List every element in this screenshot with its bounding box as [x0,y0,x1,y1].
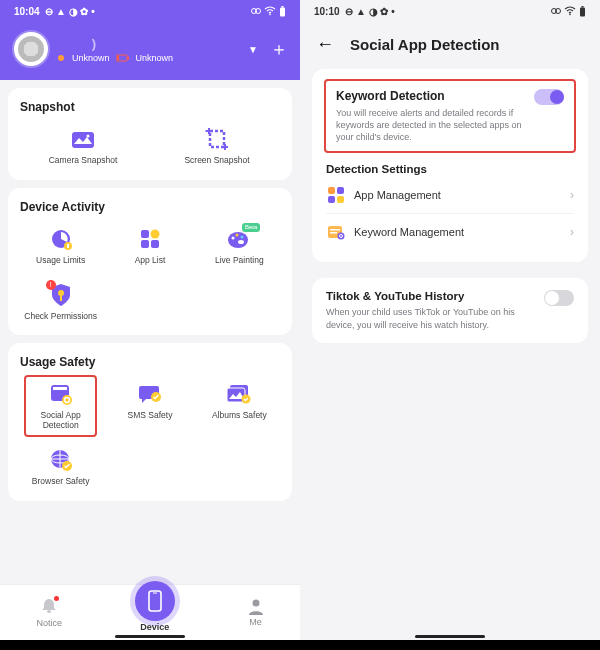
svg-rect-14 [222,146,228,148]
keyword-icon [327,223,345,241]
svg-point-43 [252,600,259,607]
svg-rect-50 [337,187,344,194]
clock: 10:04 [14,6,40,17]
app-management-row[interactable]: App Management › [326,177,574,213]
social-icon [49,382,73,406]
apps-icon [327,186,345,204]
svg-rect-12 [206,130,212,132]
back-button[interactable]: ← [316,34,334,55]
phone-icon [148,590,162,612]
clock: 10:10 [314,6,340,17]
battery-low-icon [116,54,130,62]
profile-header: ) Unknown Unknown ▼ ＋ [0,22,300,80]
svg-rect-41 [149,591,161,611]
social-app-detection[interactable]: Social App Detection [16,377,105,435]
tiktok-title: Tiktok & YouTube History [326,290,544,302]
page-title: Social App Detection [350,36,499,53]
status-right [251,6,286,17]
battery-icon [579,6,586,17]
battery-icon [279,6,286,17]
svg-point-26 [238,240,244,244]
keyword-management-row[interactable]: Keyword Management › [326,213,574,250]
profile-name: ) [58,36,240,51]
status-icons: ⊖ ▲ ◑ ✿ • [345,6,395,17]
svg-rect-20 [151,240,159,248]
check-permissions[interactable]: ! Check Permissions [16,278,105,326]
right-screen: 10:10 ⊖ ▲ ◑ ✿ • ← Social App Detection K… [300,0,600,640]
albums-icon [226,383,252,405]
wifi-icon [564,6,576,16]
globe-icon [49,448,73,472]
device-activity-card: Device Activity Usage Limits App List Be… [8,188,292,336]
albums-safety[interactable]: Albums Safety [195,377,284,435]
svg-rect-10 [210,131,224,147]
svg-rect-8 [72,132,94,148]
add-button[interactable]: ＋ [270,37,288,61]
camera-icon [70,128,96,150]
svg-rect-47 [580,7,585,16]
svg-point-24 [236,233,239,236]
left-screen: 10:04 ⊖ ▲ ◑ ✿ • ) Unknown Unknown ▼ [0,0,300,640]
svg-rect-4 [282,6,284,8]
alert-badge: ! [46,280,56,290]
svg-rect-7 [117,56,119,60]
svg-point-2 [269,14,271,16]
svg-point-21 [150,229,159,238]
svg-point-31 [62,395,72,405]
svg-rect-17 [67,244,69,248]
svg-point-25 [241,235,244,238]
clock-icon [49,227,73,251]
tiktok-toggle[interactable] [544,290,574,306]
nav-notice[interactable]: Notice [36,597,62,628]
app-list[interactable]: App List [105,222,194,270]
page-header: ← Social App Detection [300,22,600,61]
highlight-box: Keyword Detection You will receive alert… [324,79,576,153]
svg-rect-28 [60,295,62,301]
apps-icon [139,228,161,250]
dropdown-button[interactable]: ▼ [248,44,258,55]
sms-icon [138,383,162,405]
svg-point-40 [47,610,51,613]
svg-point-46 [569,14,571,16]
keyword-desc: You will receive alerts and detailed rec… [336,107,534,143]
usage-safety-card: Usage Safety Social App Detection SMS Sa… [8,343,292,500]
nav-me[interactable]: Me [248,598,264,627]
svg-rect-42 [153,593,157,594]
svg-rect-52 [337,196,344,203]
status-icons: ⊖ ▲ ◑ ✿ • [45,6,95,17]
keyword-toggle[interactable] [534,89,564,105]
nav-device[interactable]: Device [135,593,175,632]
browser-safety[interactable]: Browser Safety [16,443,105,491]
status-right [551,6,586,17]
svg-rect-48 [582,6,584,8]
profile-status: Unknown Unknown [58,53,240,63]
live-painting[interactable]: Beta Live Painting [195,222,284,270]
svg-rect-51 [328,196,335,203]
bell-icon [40,597,58,615]
beta-badge: Beta [242,223,260,232]
svg-rect-54 [330,229,340,231]
keyword-detection-card: Keyword Detection You will receive alert… [312,69,588,262]
screen-icon [204,127,230,151]
status-bar: 10:04 ⊖ ▲ ◑ ✿ • [0,0,300,22]
snapshot-card: Snapshot Camera Snapshot Screen Snapshot [8,88,292,180]
svg-rect-55 [330,232,337,234]
svg-rect-3 [280,7,285,16]
svg-rect-19 [141,240,149,248]
nav-pill [115,635,185,638]
sms-safety[interactable]: SMS Safety [105,377,194,435]
vpn-icon [251,6,261,16]
screen-snapshot[interactable]: Screen Snapshot [150,122,284,170]
avatar[interactable] [12,30,50,68]
vpn-icon [551,6,561,16]
svg-point-23 [232,236,235,239]
camera-snapshot[interactable]: Camera Snapshot [16,122,150,170]
nav-pill [415,635,485,638]
usage-safety-title: Usage Safety [20,355,280,369]
chevron-right-icon: › [570,225,574,239]
svg-point-36 [242,395,251,404]
device-activity-title: Device Activity [20,200,280,214]
usage-limits[interactable]: Usage Limits [16,222,105,270]
svg-point-56 [338,233,345,240]
tiktok-youtube-card: Tiktok & YouTube History When your child… [312,278,588,342]
